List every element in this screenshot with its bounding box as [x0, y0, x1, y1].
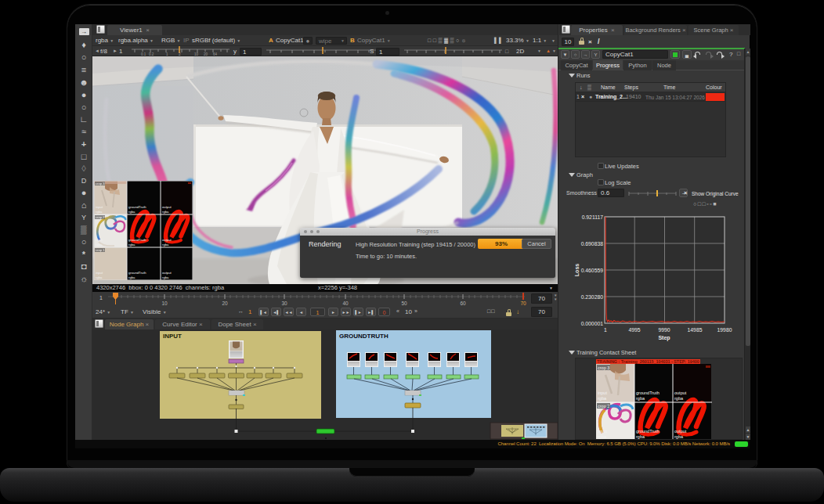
svg-text:60: 60 — [460, 301, 466, 306]
svg-text:0.921117: 0.921117 — [582, 214, 604, 220]
svg-text:0.460559: 0.460559 — [581, 268, 604, 273]
svg-text:0.230280: 0.230280 — [581, 294, 604, 300]
svg-text:rgba: rgba — [96, 210, 103, 214]
svg-text:9990: 9990 — [658, 327, 670, 333]
svg-text:rgba: rgba — [96, 275, 103, 279]
svg-text:4995: 4995 — [628, 327, 640, 333]
svg-text:30: 30 — [281, 301, 287, 306]
svg-text:rgba: rgba — [162, 243, 169, 247]
svg-text:rgba: rgba — [636, 434, 645, 439]
svg-text:1: 1 — [604, 327, 607, 333]
svg-text:70: 70 — [520, 301, 526, 306]
svg-text:output: output — [674, 429, 687, 434]
svg-text:crop 1: crop 1 — [96, 248, 105, 252]
svg-text:rgba: rgba — [128, 210, 136, 214]
svg-text:19980: 19980 — [717, 327, 732, 333]
svg-text:50: 50 — [401, 301, 407, 306]
svg-text:output: output — [162, 205, 172, 209]
svg-text:rgba: rgba — [162, 210, 169, 214]
svg-text:rgba: rgba — [128, 243, 136, 247]
svg-text:rgba: rgba — [598, 396, 607, 401]
svg-text:GROUNDTRUTH: GROUNDTRUTH — [339, 333, 389, 340]
svg-text:0.690838: 0.690838 — [581, 241, 604, 247]
svg-text:input: input — [598, 391, 607, 395]
svg-text:crop 2: crop 2 — [96, 215, 105, 219]
svg-text:groundTruth: groundTruth — [636, 429, 660, 434]
svg-text:0.000001: 0.000001 — [581, 321, 604, 326]
svg-text:rgba: rgba — [636, 396, 645, 401]
svg-text:input: input — [96, 205, 103, 209]
svg-text:rgba: rgba — [674, 434, 684, 439]
svg-text:1: 1 — [99, 295, 103, 301]
svg-text:14985: 14985 — [688, 327, 703, 333]
svg-text:10: 10 — [161, 301, 168, 306]
svg-text:groundTruth: groundTruth — [128, 271, 146, 275]
svg-text:rgba: rgba — [128, 275, 136, 279]
svg-text:crop 3: crop 3 — [598, 365, 609, 370]
svg-text:output: output — [162, 238, 172, 242]
svg-text:rgba: rgba — [162, 275, 169, 279]
svg-text:output: output — [162, 271, 172, 275]
svg-text:rgba: rgba — [674, 396, 684, 401]
svg-text:output: output — [674, 391, 687, 395]
svg-text:groundTruth: groundTruth — [636, 391, 660, 395]
svg-text:crop 2: crop 2 — [598, 404, 609, 409]
svg-text:Step: Step — [658, 335, 670, 341]
svg-text:rgba: rgba — [96, 243, 103, 247]
svg-text:rgba: rgba — [598, 434, 607, 439]
svg-text:20: 20 — [222, 301, 228, 306]
svg-text:Loss: Loss — [574, 264, 580, 276]
svg-text:groundTruth: groundTruth — [128, 238, 146, 242]
svg-text:groundTruth: groundTruth — [128, 205, 146, 209]
svg-text:input: input — [598, 429, 607, 434]
svg-text:40: 40 — [342, 301, 349, 306]
svg-text:input: input — [96, 238, 103, 242]
svg-text:INPUT: INPUT — [163, 333, 182, 340]
svg-text:crop 3: crop 3 — [96, 182, 105, 185]
svg-text:input: input — [96, 271, 103, 275]
